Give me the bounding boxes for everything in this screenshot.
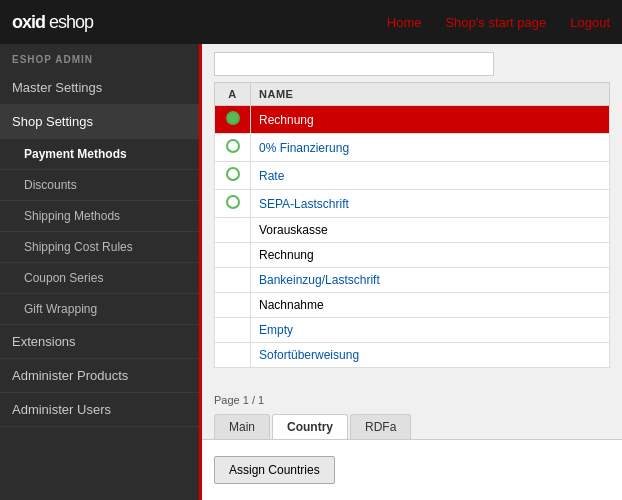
pagination-text: Page 1 / 1 (214, 394, 264, 406)
cell-active (215, 343, 251, 368)
cell-name[interactable]: Bankeinzug/Lastschrift (251, 268, 610, 293)
table-row[interactable]: Rechnung (215, 243, 610, 268)
cell-name[interactable]: SEPA-Lastschrift (251, 190, 610, 218)
sidebar-item-extensions[interactable]: Extensions (0, 325, 199, 359)
tab-country[interactable]: Country (272, 414, 348, 439)
sidebar-item-shop-settings[interactable]: Shop Settings (0, 105, 199, 139)
cell-active (215, 268, 251, 293)
sidebar-item-gift-wrapping[interactable]: Gift Wrapping (0, 294, 199, 325)
cell-name[interactable]: Sofortüberweisung (251, 343, 610, 368)
cell-name[interactable]: Rate (251, 162, 610, 190)
main-nav: Home Shop's start page Logout (387, 15, 610, 30)
table-row[interactable]: Rechnung (215, 106, 610, 134)
active-icon-outline (226, 167, 240, 181)
table-row[interactable]: 0% Finanzierung (215, 134, 610, 162)
logo-ox: oxid (12, 12, 45, 32)
cell-name[interactable]: Rechnung (251, 106, 610, 134)
sidebar-item-shipping-methods[interactable]: Shipping Methods (0, 201, 199, 232)
logo: oxid eshop (12, 12, 93, 33)
cell-active (215, 134, 251, 162)
cell-active (215, 318, 251, 343)
row-link[interactable]: SEPA-Lastschrift (259, 197, 349, 211)
table-row[interactable]: Vorauskasse (215, 218, 610, 243)
cell-active (215, 293, 251, 318)
assign-countries-button[interactable]: Assign Countries (214, 456, 335, 484)
row-link[interactable]: Bankeinzug/Lastschrift (259, 273, 380, 287)
cell-active (215, 190, 251, 218)
tab-main[interactable]: Main (214, 414, 270, 439)
cell-name: Nachnahme (251, 293, 610, 318)
sidebar-item-master-settings[interactable]: Master Settings (0, 71, 199, 105)
table-row[interactable]: Sofortüberweisung (215, 343, 610, 368)
sidebar-item-discounts[interactable]: Discounts (0, 170, 199, 201)
logo-eshop: eshop (45, 12, 93, 32)
sidebar-item-coupon-series[interactable]: Coupon Series (0, 263, 199, 294)
table-row[interactable]: Bankeinzug/Lastschrift (215, 268, 610, 293)
nav-home[interactable]: Home (387, 15, 422, 30)
sidebar-item-administer-products[interactable]: Administer Products (0, 359, 199, 393)
header: oxid eshop Home Shop's start page Logout (0, 0, 622, 44)
table-row[interactable]: SEPA-Lastschrift (215, 190, 610, 218)
cell-name[interactable]: 0% Finanzierung (251, 134, 610, 162)
cell-active (215, 106, 251, 134)
active-icon-outline (226, 139, 240, 153)
sidebar-section-label: ESHOP ADMIN (0, 44, 199, 71)
col-header-a: A (215, 83, 251, 106)
cell-active (215, 218, 251, 243)
cell-active (215, 243, 251, 268)
data-table: A NAME Rechnung0% FinanzierungRateSEPA-L… (214, 82, 610, 368)
row-link[interactable]: Empty (259, 323, 293, 337)
table-row[interactable]: Nachnahme (215, 293, 610, 318)
search-input[interactable] (214, 52, 494, 76)
table-row[interactable]: Rate (215, 162, 610, 190)
cell-active (215, 162, 251, 190)
row-link[interactable]: Sofortüberweisung (259, 348, 359, 362)
active-icon-filled (226, 111, 240, 125)
nav-logout[interactable]: Logout (570, 15, 610, 30)
sidebar: ESHOP ADMIN Master Settings Shop Setting… (0, 44, 202, 500)
nav-start-page[interactable]: Shop's start page (445, 15, 546, 30)
col-header-name: NAME (251, 83, 610, 106)
tabs-bar: MainCountryRDFa (202, 414, 622, 440)
cell-name: Vorauskasse (251, 218, 610, 243)
tab-content: Assign Countries (202, 440, 622, 500)
active-icon-outline (226, 195, 240, 209)
cell-name[interactable]: Empty (251, 318, 610, 343)
search-bar (214, 52, 610, 76)
table-area: A NAME Rechnung0% FinanzierungRateSEPA-L… (202, 44, 622, 390)
tab-rdfa[interactable]: RDFa (350, 414, 411, 439)
table-row[interactable]: Empty (215, 318, 610, 343)
cell-name: Rechnung (251, 243, 610, 268)
row-link[interactable]: 0% Finanzierung (259, 141, 349, 155)
body-wrap: ESHOP ADMIN Master Settings Shop Setting… (0, 44, 622, 500)
pagination-bar: Page 1 / 1 (202, 390, 622, 410)
row-link[interactable]: Rate (259, 169, 284, 183)
sidebar-item-administer-users[interactable]: Administer Users (0, 393, 199, 427)
content: A NAME Rechnung0% FinanzierungRateSEPA-L… (202, 44, 622, 500)
sidebar-item-shipping-cost-rules[interactable]: Shipping Cost Rules (0, 232, 199, 263)
sidebar-item-payment-methods[interactable]: Payment Methods (0, 139, 199, 170)
